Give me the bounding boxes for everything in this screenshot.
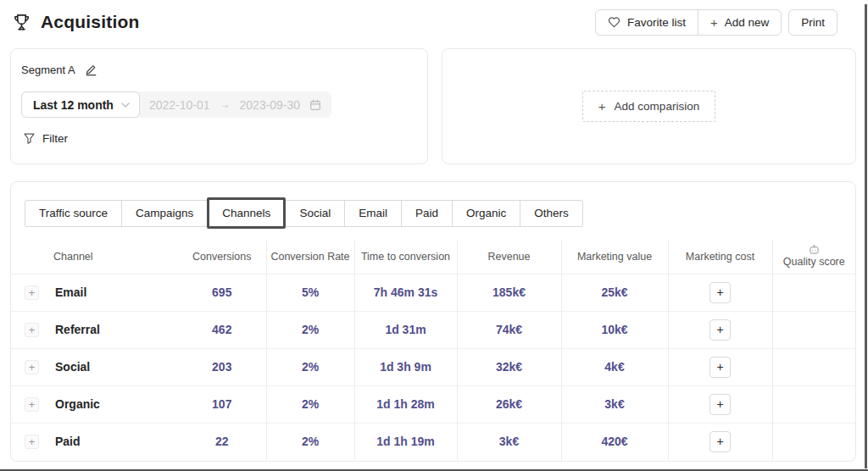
conversion-rate-value: 2%	[266, 348, 354, 385]
col-header-conversion-rate: Conversion Rate	[266, 240, 354, 274]
expand-row-button[interactable]: +	[25, 435, 39, 449]
comparison-panel: + Add comparision	[442, 48, 856, 164]
panels-row: Segment A Last 12 month	[10, 48, 856, 164]
report-tabs: Traffic source Campaigns Channels Social…	[25, 197, 583, 229]
expand-row-button[interactable]: +	[25, 397, 39, 412]
expand-row-button[interactable]: +	[25, 323, 39, 337]
vertical-scrollbar[interactable]	[865, 4, 867, 468]
col-header-time-to-conversion: Time to conversion	[354, 240, 457, 274]
robot-icon	[809, 245, 820, 254]
favorite-list-label: Favorite list	[627, 16, 686, 29]
tab-campaigns[interactable]: Campaigns	[121, 200, 208, 227]
tab-organic[interactable]: Organic	[452, 200, 520, 227]
tab-channels[interactable]: Channels	[207, 197, 286, 229]
add-marketing-cost-button[interactable]: +	[709, 319, 731, 341]
date-end: 2023-09-30	[240, 98, 301, 112]
topbar-actions: Favorite list + Add new Print	[595, 9, 837, 36]
conversion-rate-value: 2%	[266, 311, 354, 348]
table-row-email: + Email 695 5% 7h 46m 31s 185k€ 25k€ +	[11, 274, 855, 311]
table-row-paid: + Paid 22 2% 1d 1h 19m 3k€ 420€ +	[11, 423, 855, 460]
revenue-value: 32k€	[457, 348, 561, 385]
revenue-value: 185k€	[457, 274, 561, 311]
conversion-rate-value: 2%	[266, 423, 354, 460]
marketing-value-value: 10k€	[561, 311, 668, 348]
col-header-revenue: Revenue	[457, 240, 561, 274]
calendar-icon	[309, 99, 321, 111]
marketing-value-value: 25k€	[561, 274, 668, 311]
arrow-right-icon: →	[220, 98, 231, 111]
top-bar: Acquisition Favorite list + Add new	[0, 0, 849, 44]
channel-name: Referral	[55, 323, 100, 336]
page-title: Acquisition	[41, 12, 140, 32]
tab-traffic-source[interactable]: Traffic source	[25, 200, 122, 227]
time-to-conversion-value: 7h 46m 31s	[354, 274, 457, 311]
expand-row-button[interactable]: +	[25, 285, 39, 300]
date-range-input[interactable]: 2022-10-01 → 2023-09-30	[136, 91, 331, 118]
segment-row: Segment A	[21, 64, 417, 76]
tab-email[interactable]: Email	[344, 200, 402, 227]
channels-table: Channel Conversions Conversion Rate Time…	[11, 240, 855, 460]
chevron-down-icon	[121, 103, 130, 108]
funnel-icon	[24, 133, 35, 144]
report-panel: Traffic source Campaigns Channels Social…	[10, 181, 856, 462]
period-select[interactable]: Last 12 month	[21, 91, 140, 118]
trophy-icon	[12, 13, 31, 32]
topbar-button-group: Favorite list + Add new	[595, 9, 782, 36]
tab-others[interactable]: Others	[520, 200, 583, 227]
date-start: 2022-10-01	[149, 98, 210, 112]
col-header-conversions: Conversions	[178, 240, 266, 274]
add-new-label: Add new	[725, 16, 770, 29]
expand-row-button[interactable]: +	[25, 360, 39, 374]
conversions-value: 107	[178, 385, 266, 423]
table-row-social: + Social 203 2% 1d 3h 9m 32k€ 4k€ +	[11, 348, 855, 385]
add-marketing-cost-button[interactable]: +	[709, 394, 731, 415]
segment-name: Segment A	[21, 64, 75, 76]
revenue-value: 74k€	[457, 311, 561, 348]
time-to-conversion-value: 1d 31m	[354, 311, 457, 348]
period-select-value: Last 12 month	[33, 98, 114, 112]
favorite-list-button[interactable]: Favorite list	[595, 9, 698, 36]
conversion-rate-value: 5%	[266, 274, 354, 311]
plus-icon: +	[710, 15, 718, 30]
conversion-rate-value: 2%	[266, 385, 354, 423]
heart-icon	[608, 16, 620, 28]
quality-score-value	[772, 348, 855, 385]
table-row-organic: + Organic 107 2% 1d 1h 28m 26k€ 3k€ +	[11, 385, 855, 423]
conversions-value: 695	[178, 274, 266, 311]
add-comparison-button[interactable]: + Add comparision	[582, 91, 715, 122]
print-label: Print	[801, 16, 825, 29]
revenue-value: 26k€	[457, 385, 561, 423]
edit-segment-button[interactable]	[85, 64, 97, 76]
table-header-row: Channel Conversions Conversion Rate Time…	[11, 240, 855, 274]
tab-paid[interactable]: Paid	[401, 200, 453, 227]
filter-button[interactable]: Filter	[21, 132, 68, 145]
col-header-marketing-value: Marketing value	[561, 240, 668, 274]
channel-name: Social	[55, 360, 90, 374]
col-header-channel: Channel	[11, 240, 178, 274]
conversions-value: 203	[178, 348, 266, 385]
conversions-value: 462	[178, 311, 266, 348]
add-marketing-cost-button[interactable]: +	[709, 282, 731, 303]
marketing-value-value: 4k€	[561, 348, 668, 385]
quality-score-value	[772, 311, 855, 348]
time-to-conversion-value: 1d 3h 9m	[354, 348, 457, 385]
quality-score-value	[772, 385, 855, 423]
add-comparison-label: Add comparision	[615, 100, 700, 113]
tab-social[interactable]: Social	[285, 200, 345, 227]
marketing-value-value: 420€	[561, 423, 668, 460]
acquisition-page: Acquisition Favorite list + Add new	[0, 0, 868, 471]
plus-icon: +	[598, 99, 606, 114]
print-button[interactable]: Print	[788, 9, 837, 36]
channel-name: Email	[55, 285, 86, 299]
col-header-marketing-cost: Marketing cost	[668, 240, 772, 274]
add-new-button[interactable]: + Add new	[698, 9, 782, 36]
add-marketing-cost-button[interactable]: +	[709, 431, 731, 452]
add-marketing-cost-button[interactable]: +	[709, 357, 731, 378]
revenue-value: 3k€	[457, 423, 561, 460]
period-controls: Last 12 month 2022-10-01 → 2023-09-30	[21, 91, 417, 118]
marketing-value-value: 3k€	[561, 385, 668, 423]
title-wrap: Acquisition	[12, 12, 140, 32]
quality-score-value	[772, 274, 855, 311]
edit-pencil-icon	[85, 64, 97, 76]
quality-score-value	[772, 423, 855, 460]
